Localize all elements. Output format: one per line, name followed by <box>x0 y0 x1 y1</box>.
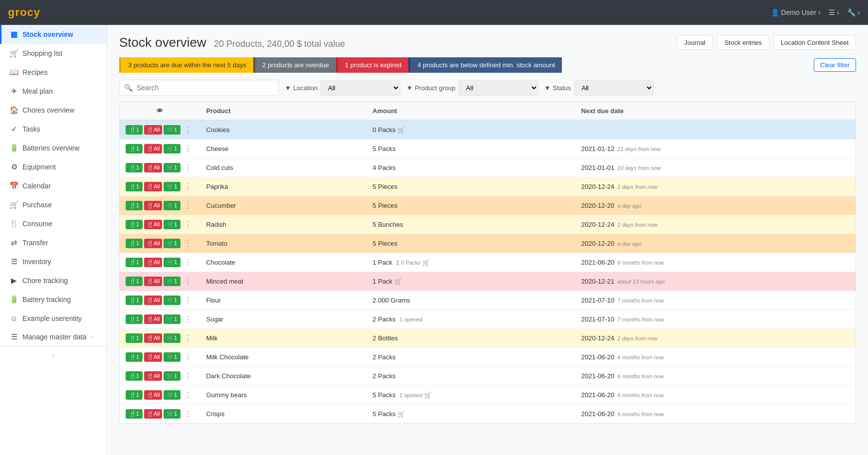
open-button[interactable]: 🛒1 <box>164 125 180 135</box>
open-button[interactable]: 🛒1 <box>164 371 180 381</box>
all-button[interactable]: 🍴All <box>144 390 162 400</box>
all-button[interactable]: 🍴All <box>144 409 162 419</box>
sidebar-item-meal-plan[interactable]: ✈Meal plan <box>0 82 107 101</box>
all-button[interactable]: 🍴All <box>144 314 162 324</box>
all-button[interactable]: 🍴All <box>144 125 162 135</box>
open-button[interactable]: 🛒1 <box>164 277 180 286</box>
more-options-button[interactable]: ⋮ <box>182 257 194 268</box>
sidebar-item-transfer[interactable]: ⇄Transfer <box>0 233 107 252</box>
all-button[interactable]: 🍴All <box>144 182 162 191</box>
more-options-button[interactable]: ⋮ <box>182 313 194 325</box>
th-amount[interactable]: Amount <box>366 102 575 120</box>
more-options-button[interactable]: ⋮ <box>182 219 194 230</box>
sidebar-item-battery-tracking[interactable]: 🔋Battery tracking <box>0 290 107 309</box>
consume-button[interactable]: 🍴1 <box>126 163 143 172</box>
product-group-select[interactable]: AllVegetablesDairyBakerySweets <box>459 80 538 96</box>
hamburger-icon[interactable]: ☰ › <box>829 8 840 16</box>
all-button[interactable]: 🍴All <box>144 371 162 381</box>
open-button[interactable]: 🛒1 <box>164 163 180 172</box>
more-options-button[interactable]: ⋮ <box>182 389 194 401</box>
sidebar-item-equipment[interactable]: ⚙Equipment <box>0 157 107 176</box>
open-button[interactable]: 🛒1 <box>164 352 180 362</box>
open-button[interactable]: 🛒1 <box>164 201 180 210</box>
consume-button[interactable]: 🍴1 <box>126 409 143 419</box>
open-button[interactable]: 🛒1 <box>164 314 180 324</box>
consume-button[interactable]: 🍴1 <box>126 239 143 248</box>
sidebar-item-chores-overview[interactable]: 🏠Chores overview <box>0 101 107 120</box>
sidebar-item-consume[interactable]: 🍴Consume <box>0 214 107 233</box>
all-button[interactable]: 🍴All <box>144 144 162 153</box>
sidebar-item-chore-tracking[interactable]: ▶Chore tracking <box>0 271 107 290</box>
more-options-button[interactable]: ⋮ <box>182 238 194 249</box>
all-button[interactable]: 🍴All <box>144 239 162 248</box>
open-button[interactable]: 🛒1 <box>164 390 180 400</box>
consume-button[interactable]: 🍴1 <box>126 371 143 381</box>
sidebar-item-example-userentity[interactable]: ☺Example userentity <box>0 309 107 327</box>
consume-button[interactable]: 🍴1 <box>126 314 143 324</box>
search-input[interactable] <box>119 80 279 96</box>
sidebar-item-stock-overview[interactable]: ▦Stock overview <box>0 25 107 44</box>
journal-button[interactable]: Journal <box>677 35 713 50</box>
open-button[interactable]: 🛒1 <box>164 182 180 191</box>
all-button[interactable]: 🍴All <box>144 333 162 343</box>
open-button[interactable]: 🛒1 <box>164 220 180 229</box>
consume-button[interactable]: 🍴1 <box>126 201 143 210</box>
alert-below-min[interactable]: 4 products are below defined min. stock … <box>408 57 562 73</box>
consume-button[interactable]: 🍴1 <box>126 390 143 400</box>
more-options-button[interactable]: ⋮ <box>182 295 194 306</box>
consume-button[interactable]: 🍴1 <box>126 125 143 135</box>
open-button[interactable]: 🛒1 <box>164 144 180 153</box>
settings-icon[interactable]: 🔧 › <box>847 8 860 16</box>
open-button[interactable]: 🛒1 <box>164 409 180 419</box>
th-due-date[interactable]: Next due date <box>575 102 856 120</box>
sidebar-item-shopping-list[interactable]: 🛒Shopping list <box>0 44 107 63</box>
consume-button[interactable]: 🍴1 <box>126 296 143 305</box>
more-options-button[interactable]: ⋮ <box>182 370 194 382</box>
th-product[interactable]: Product <box>200 102 366 120</box>
alert-expired[interactable]: 1 product is expired <box>336 57 408 73</box>
consume-button[interactable]: 🍴1 <box>126 277 143 286</box>
sidebar-item-recipes[interactable]: 📖Recipes <box>0 63 107 82</box>
sidebar-item-tasks[interactable]: ✓Tasks <box>0 120 107 139</box>
all-button[interactable]: 🍴All <box>144 220 162 229</box>
more-options-button[interactable]: ⋮ <box>182 143 194 154</box>
all-button[interactable]: 🍴All <box>144 296 162 305</box>
consume-button[interactable]: 🍴1 <box>126 144 143 153</box>
more-options-button[interactable]: ⋮ <box>182 351 194 363</box>
all-button[interactable]: 🍴All <box>144 258 162 267</box>
more-options-button[interactable]: ⋮ <box>182 162 194 173</box>
alert-due-soon[interactable]: 3 products are due within the next 5 day… <box>119 57 253 73</box>
location-select[interactable]: AllFridgePantryFreezer <box>321 80 400 96</box>
user-menu[interactable]: 👤 Demo User › <box>771 8 821 16</box>
all-button[interactable]: 🍴All <box>144 201 162 210</box>
open-button[interactable]: 🛒1 <box>164 333 180 343</box>
more-options-button[interactable]: ⋮ <box>182 200 194 211</box>
more-options-button[interactable]: ⋮ <box>182 276 194 287</box>
consume-button[interactable]: 🍴1 <box>126 220 143 229</box>
consume-button[interactable]: 🍴1 <box>126 258 143 267</box>
consume-button[interactable]: 🍴1 <box>126 333 143 343</box>
sidebar-item-batteries-overview[interactable]: 🔋Batteries overview <box>0 139 107 157</box>
open-button[interactable]: 🛒1 <box>164 258 180 267</box>
more-options-button[interactable]: ⋮ <box>182 181 194 192</box>
all-button[interactable]: 🍴All <box>144 277 162 286</box>
more-options-button[interactable]: ⋮ <box>182 124 194 136</box>
sidebar-item-purchase[interactable]: 🛒Purchase <box>0 195 107 214</box>
location-content-sheet-button[interactable]: Location Content Sheet <box>773 35 856 50</box>
sidebar-collapse-button[interactable]: ‹ <box>0 346 107 363</box>
sidebar-item-inventory[interactable]: ☰Inventory <box>0 252 107 271</box>
sidebar-item-calendar[interactable]: 📅Calendar <box>0 176 107 195</box>
consume-button[interactable]: 🍴1 <box>126 352 143 362</box>
stock-entries-button[interactable]: Stock entries <box>717 35 769 50</box>
more-options-button[interactable]: ⋮ <box>182 332 194 344</box>
open-button[interactable]: 🛒1 <box>164 296 180 305</box>
clear-filter-button[interactable]: Clear filter <box>814 58 856 72</box>
alert-overdue[interactable]: 2 products are overdue <box>253 57 336 73</box>
consume-button[interactable]: 🍴1 <box>126 182 143 191</box>
sidebar-item-manage-master-data[interactable]: ☰Manage master data› <box>0 327 107 346</box>
status-select[interactable]: AllDue soonOverdueExpiredBelow min stock <box>574 80 654 96</box>
open-button[interactable]: 🛒1 <box>164 239 180 248</box>
all-button[interactable]: 🍴All <box>144 163 162 172</box>
all-button[interactable]: 🍴All <box>144 352 162 362</box>
more-options-button[interactable]: ⋮ <box>182 408 194 420</box>
